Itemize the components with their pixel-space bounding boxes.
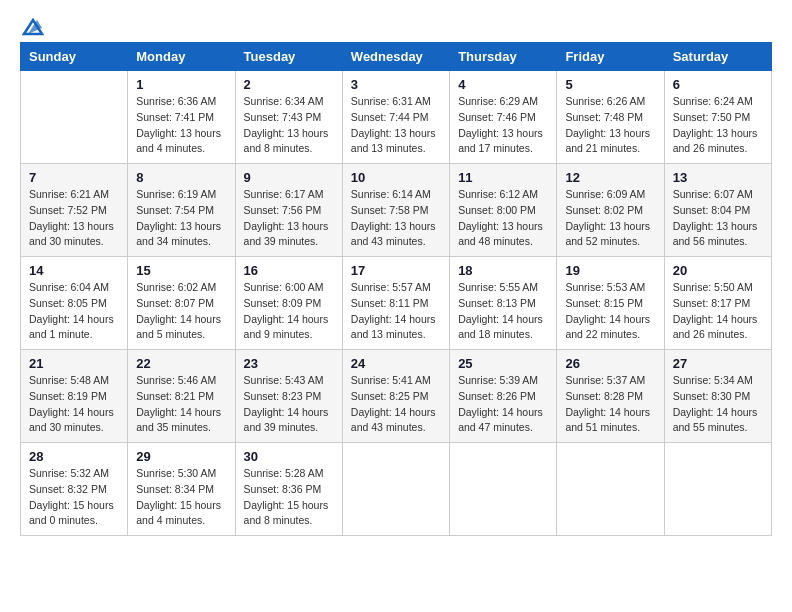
calendar-cell: 20Sunrise: 5:50 AM Sunset: 8:17 PM Dayli… <box>664 257 771 350</box>
day-info: Sunrise: 5:41 AM Sunset: 8:25 PM Dayligh… <box>351 373 441 436</box>
calendar-cell: 19Sunrise: 5:53 AM Sunset: 8:15 PM Dayli… <box>557 257 664 350</box>
day-number: 24 <box>351 356 441 371</box>
calendar-cell: 23Sunrise: 5:43 AM Sunset: 8:23 PM Dayli… <box>235 350 342 443</box>
day-number: 18 <box>458 263 548 278</box>
day-number: 10 <box>351 170 441 185</box>
calendar-cell: 6Sunrise: 6:24 AM Sunset: 7:50 PM Daylig… <box>664 71 771 164</box>
day-number: 4 <box>458 77 548 92</box>
calendar-cell: 2Sunrise: 6:34 AM Sunset: 7:43 PM Daylig… <box>235 71 342 164</box>
calendar-cell: 7Sunrise: 6:21 AM Sunset: 7:52 PM Daylig… <box>21 164 128 257</box>
day-info: Sunrise: 6:29 AM Sunset: 7:46 PM Dayligh… <box>458 94 548 157</box>
calendar-cell: 17Sunrise: 5:57 AM Sunset: 8:11 PM Dayli… <box>342 257 449 350</box>
weekday-header-thursday: Thursday <box>450 43 557 71</box>
calendar-table: SundayMondayTuesdayWednesdayThursdayFrid… <box>20 42 772 536</box>
weekday-header-sunday: Sunday <box>21 43 128 71</box>
calendar-cell: 4Sunrise: 6:29 AM Sunset: 7:46 PM Daylig… <box>450 71 557 164</box>
week-row-4: 21Sunrise: 5:48 AM Sunset: 8:19 PM Dayli… <box>21 350 772 443</box>
day-number: 23 <box>244 356 334 371</box>
day-info: Sunrise: 6:04 AM Sunset: 8:05 PM Dayligh… <box>29 280 119 343</box>
calendar-cell <box>664 443 771 536</box>
day-number: 7 <box>29 170 119 185</box>
day-info: Sunrise: 6:00 AM Sunset: 8:09 PM Dayligh… <box>244 280 334 343</box>
calendar-cell: 27Sunrise: 5:34 AM Sunset: 8:30 PM Dayli… <box>664 350 771 443</box>
day-info: Sunrise: 5:39 AM Sunset: 8:26 PM Dayligh… <box>458 373 548 436</box>
calendar-cell: 8Sunrise: 6:19 AM Sunset: 7:54 PM Daylig… <box>128 164 235 257</box>
day-number: 15 <box>136 263 226 278</box>
week-row-3: 14Sunrise: 6:04 AM Sunset: 8:05 PM Dayli… <box>21 257 772 350</box>
day-number: 25 <box>458 356 548 371</box>
day-number: 12 <box>565 170 655 185</box>
day-number: 5 <box>565 77 655 92</box>
calendar-cell: 3Sunrise: 6:31 AM Sunset: 7:44 PM Daylig… <box>342 71 449 164</box>
day-info: Sunrise: 6:26 AM Sunset: 7:48 PM Dayligh… <box>565 94 655 157</box>
day-info: Sunrise: 6:14 AM Sunset: 7:58 PM Dayligh… <box>351 187 441 250</box>
day-number: 19 <box>565 263 655 278</box>
calendar-cell: 29Sunrise: 5:30 AM Sunset: 8:34 PM Dayli… <box>128 443 235 536</box>
day-number: 30 <box>244 449 334 464</box>
day-number: 16 <box>244 263 334 278</box>
day-number: 29 <box>136 449 226 464</box>
day-info: Sunrise: 5:28 AM Sunset: 8:36 PM Dayligh… <box>244 466 334 529</box>
calendar-cell: 22Sunrise: 5:46 AM Sunset: 8:21 PM Dayli… <box>128 350 235 443</box>
day-info: Sunrise: 5:48 AM Sunset: 8:19 PM Dayligh… <box>29 373 119 436</box>
day-info: Sunrise: 6:02 AM Sunset: 8:07 PM Dayligh… <box>136 280 226 343</box>
day-info: Sunrise: 5:34 AM Sunset: 8:30 PM Dayligh… <box>673 373 763 436</box>
day-info: Sunrise: 6:21 AM Sunset: 7:52 PM Dayligh… <box>29 187 119 250</box>
day-number: 11 <box>458 170 548 185</box>
calendar-cell: 21Sunrise: 5:48 AM Sunset: 8:19 PM Dayli… <box>21 350 128 443</box>
calendar-cell <box>21 71 128 164</box>
logo <box>20 20 44 32</box>
day-info: Sunrise: 6:09 AM Sunset: 8:02 PM Dayligh… <box>565 187 655 250</box>
week-row-1: 1Sunrise: 6:36 AM Sunset: 7:41 PM Daylig… <box>21 71 772 164</box>
day-number: 2 <box>244 77 334 92</box>
day-info: Sunrise: 5:55 AM Sunset: 8:13 PM Dayligh… <box>458 280 548 343</box>
day-info: Sunrise: 5:50 AM Sunset: 8:17 PM Dayligh… <box>673 280 763 343</box>
weekday-header-wednesday: Wednesday <box>342 43 449 71</box>
day-number: 6 <box>673 77 763 92</box>
day-number: 3 <box>351 77 441 92</box>
calendar-cell: 15Sunrise: 6:02 AM Sunset: 8:07 PM Dayli… <box>128 257 235 350</box>
day-number: 21 <box>29 356 119 371</box>
weekday-header-row: SundayMondayTuesdayWednesdayThursdayFrid… <box>21 43 772 71</box>
week-row-5: 28Sunrise: 5:32 AM Sunset: 8:32 PM Dayli… <box>21 443 772 536</box>
day-info: Sunrise: 6:34 AM Sunset: 7:43 PM Dayligh… <box>244 94 334 157</box>
day-info: Sunrise: 6:36 AM Sunset: 7:41 PM Dayligh… <box>136 94 226 157</box>
calendar-cell: 14Sunrise: 6:04 AM Sunset: 8:05 PM Dayli… <box>21 257 128 350</box>
day-number: 14 <box>29 263 119 278</box>
day-number: 27 <box>673 356 763 371</box>
day-info: Sunrise: 5:37 AM Sunset: 8:28 PM Dayligh… <box>565 373 655 436</box>
calendar-cell: 26Sunrise: 5:37 AM Sunset: 8:28 PM Dayli… <box>557 350 664 443</box>
weekday-header-monday: Monday <box>128 43 235 71</box>
day-info: Sunrise: 6:19 AM Sunset: 7:54 PM Dayligh… <box>136 187 226 250</box>
day-info: Sunrise: 5:32 AM Sunset: 8:32 PM Dayligh… <box>29 466 119 529</box>
day-number: 1 <box>136 77 226 92</box>
calendar-cell: 9Sunrise: 6:17 AM Sunset: 7:56 PM Daylig… <box>235 164 342 257</box>
calendar-cell: 24Sunrise: 5:41 AM Sunset: 8:25 PM Dayli… <box>342 350 449 443</box>
day-number: 28 <box>29 449 119 464</box>
day-number: 8 <box>136 170 226 185</box>
calendar-cell: 5Sunrise: 6:26 AM Sunset: 7:48 PM Daylig… <box>557 71 664 164</box>
day-info: Sunrise: 5:57 AM Sunset: 8:11 PM Dayligh… <box>351 280 441 343</box>
day-info: Sunrise: 6:12 AM Sunset: 8:00 PM Dayligh… <box>458 187 548 250</box>
logo-icon <box>22 18 44 36</box>
day-number: 9 <box>244 170 334 185</box>
day-number: 13 <box>673 170 763 185</box>
calendar-cell <box>342 443 449 536</box>
day-number: 17 <box>351 263 441 278</box>
calendar-cell: 12Sunrise: 6:09 AM Sunset: 8:02 PM Dayli… <box>557 164 664 257</box>
day-info: Sunrise: 6:31 AM Sunset: 7:44 PM Dayligh… <box>351 94 441 157</box>
day-number: 26 <box>565 356 655 371</box>
calendar-cell <box>557 443 664 536</box>
calendar-cell: 13Sunrise: 6:07 AM Sunset: 8:04 PM Dayli… <box>664 164 771 257</box>
day-info: Sunrise: 5:30 AM Sunset: 8:34 PM Dayligh… <box>136 466 226 529</box>
weekday-header-friday: Friday <box>557 43 664 71</box>
week-row-2: 7Sunrise: 6:21 AM Sunset: 7:52 PM Daylig… <box>21 164 772 257</box>
day-info: Sunrise: 6:17 AM Sunset: 7:56 PM Dayligh… <box>244 187 334 250</box>
day-info: Sunrise: 5:53 AM Sunset: 8:15 PM Dayligh… <box>565 280 655 343</box>
calendar-cell: 30Sunrise: 5:28 AM Sunset: 8:36 PM Dayli… <box>235 443 342 536</box>
calendar-cell: 11Sunrise: 6:12 AM Sunset: 8:00 PM Dayli… <box>450 164 557 257</box>
day-number: 20 <box>673 263 763 278</box>
day-info: Sunrise: 6:24 AM Sunset: 7:50 PM Dayligh… <box>673 94 763 157</box>
calendar-cell <box>450 443 557 536</box>
calendar-cell: 18Sunrise: 5:55 AM Sunset: 8:13 PM Dayli… <box>450 257 557 350</box>
